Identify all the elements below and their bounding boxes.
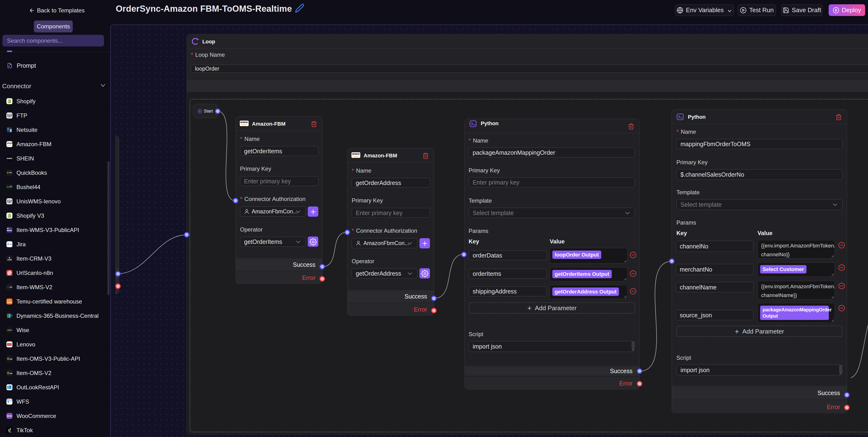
- svg-text:Shop: Shop: [8, 431, 11, 433]
